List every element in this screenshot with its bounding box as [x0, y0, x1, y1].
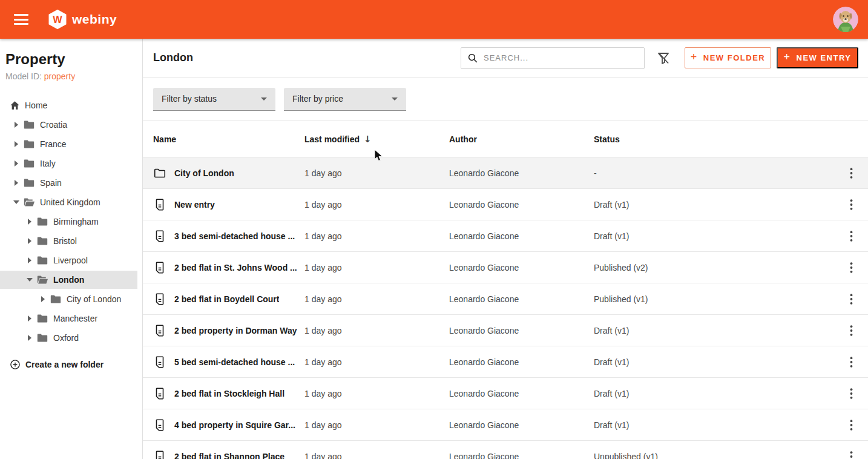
content-area: London + NEW FOLDER + — [143, 39, 868, 459]
entry-name: 2 bed flat in Shannon Place — [174, 452, 284, 459]
entry-author: Leonardo Giacone — [449, 326, 594, 335]
sidebar-item-home[interactable]: Home — [0, 96, 142, 115]
folder-icon — [36, 313, 48, 324]
tree-caret-icon[interactable] — [27, 335, 33, 341]
row-actions-menu-button[interactable] — [844, 292, 858, 306]
table-row[interactable]: 2 bed flat in Stockleigh Hall 1 day ago … — [143, 377, 868, 409]
document-icon — [153, 230, 166, 243]
hamburger-menu-icon[interactable] — [14, 14, 28, 25]
filter-by-price-select[interactable]: Filter by price — [284, 88, 406, 111]
tree-caret-icon[interactable] — [27, 277, 33, 283]
folder-tree: Home Croatia — [0, 96, 142, 374]
document-icon — [153, 324, 166, 337]
tree-caret-icon[interactable] — [13, 122, 19, 128]
row-actions-menu-button[interactable] — [844, 386, 858, 401]
search-input[interactable] — [484, 53, 638, 62]
folder-tree-item[interactable]: Croatia — [0, 115, 142, 134]
column-header-name[interactable]: Name — [153, 134, 304, 144]
tree-caret-icon[interactable] — [40, 296, 46, 302]
user-avatar[interactable] — [833, 7, 858, 32]
folder-tree-item[interactable]: Birmingham — [0, 212, 142, 231]
new-folder-label: NEW FOLDER — [703, 53, 765, 62]
webiny-logo[interactable]: W webiny — [48, 9, 117, 30]
row-actions-menu-button[interactable] — [844, 449, 858, 459]
folder-tree-item[interactable]: Italy — [0, 154, 142, 173]
table-row[interactable]: 2 bed property in Dorman Way 1 day ago L… — [143, 314, 868, 346]
tree-caret-icon[interactable] — [27, 219, 33, 225]
row-actions-menu-button[interactable] — [844, 166, 858, 180]
entry-author: Leonardo Giacone — [449, 200, 594, 210]
folder-outline-icon — [153, 167, 166, 180]
column-header-author[interactable]: Author — [449, 134, 594, 144]
column-header-modified[interactable]: Last modified ↓ — [304, 134, 449, 145]
table-row[interactable]: 2 bed flat in Boydell Court 1 day ago Le… — [143, 283, 868, 314]
document-icon — [153, 387, 166, 400]
entry-name: 3 bed semi-detached house ... — [174, 231, 295, 241]
folder-tree-item[interactable]: Spain — [0, 173, 142, 193]
entry-modified: 1 day ago — [304, 326, 449, 335]
folder-icon — [23, 119, 35, 130]
folder-icon — [23, 158, 35, 169]
folder-name: London — [53, 275, 84, 285]
entry-status: Published (v1) — [594, 294, 834, 304]
entry-author: Leonardo Giacone — [449, 168, 594, 178]
brand-name: webiny — [72, 12, 117, 27]
filter-off-button[interactable] — [656, 50, 671, 66]
table-row[interactable]: 2 bed flat in Shannon Place 1 day ago Le… — [143, 440, 868, 459]
folder-tree-item[interactable]: Manchester — [0, 309, 142, 328]
row-actions-menu-button[interactable] — [844, 355, 858, 369]
folder-name: Italy — [40, 159, 56, 168]
row-actions-menu-button[interactable] — [844, 323, 858, 338]
table-row[interactable]: 5 bed semi-detached house ... 1 day ago … — [143, 346, 868, 377]
new-entry-label: NEW ENTRY — [797, 53, 852, 62]
tree-caret-icon[interactable] — [27, 238, 33, 244]
chevron-down-icon — [392, 97, 398, 101]
tree-caret-icon[interactable] — [27, 315, 33, 322]
table-row[interactable]: New entry 1 day ago Leonardo Giacone Dra… — [143, 188, 868, 220]
entry-status: - — [594, 168, 834, 178]
filter-by-status-select[interactable]: Filter by status — [153, 88, 275, 111]
folder-icon — [36, 255, 48, 266]
entry-status: Unpublished (v1) — [594, 452, 834, 459]
row-actions-menu-button[interactable] — [844, 197, 858, 212]
entry-modified: 1 day ago — [304, 294, 449, 304]
webiny-hexagon-icon: W — [48, 9, 67, 30]
folder-icon — [36, 216, 48, 227]
tree-caret-icon[interactable] — [13, 160, 19, 167]
new-entry-button[interactable]: + NEW ENTRY — [777, 47, 858, 68]
column-header-status[interactable]: Status — [594, 134, 834, 144]
table-header-row: Name Last modified ↓ Author Status — [143, 121, 868, 157]
table-row[interactable]: 3 bed semi-detached house ... 1 day ago … — [143, 220, 868, 251]
folder-open-icon — [36, 274, 48, 285]
folder-tree-item[interactable]: Bristol — [0, 231, 142, 251]
tree-caret-icon[interactable] — [13, 180, 19, 186]
folder-tree-item[interactable]: City of London — [0, 289, 142, 309]
folder-tree-item[interactable]: United Kingdom — [0, 193, 142, 212]
home-icon — [9, 100, 21, 111]
new-folder-button[interactable]: + NEW FOLDER — [685, 47, 771, 68]
filter-status-label: Filter by status — [162, 94, 261, 104]
folder-name: City of London — [67, 294, 121, 304]
tree-caret-icon[interactable] — [27, 257, 33, 263]
create-folder-button[interactable]: Create a new folder — [0, 355, 142, 374]
table-row[interactable]: 4 bed property in Squire Gar... 1 day ag… — [143, 409, 868, 440]
folder-tree-item[interactable]: Liverpool — [0, 251, 142, 270]
entry-name: 2 bed flat in St. Johns Wood ... — [174, 263, 297, 272]
search-box[interactable] — [461, 47, 645, 69]
kebab-menu-icon — [850, 168, 853, 179]
entry-status: Published (v2) — [594, 263, 834, 272]
model-sidebar: Property Model ID: property Home — [0, 39, 143, 459]
folder-tree-item[interactable]: France — [0, 134, 142, 154]
row-actions-menu-button[interactable] — [844, 229, 858, 243]
model-id-value[interactable]: property — [44, 71, 75, 81]
table-row[interactable]: City of London 1 day ago Leonardo Giacon… — [143, 157, 868, 188]
entry-name: 5 bed semi-detached house ... — [174, 357, 295, 367]
row-actions-menu-button[interactable] — [844, 418, 858, 432]
table-row[interactable]: 2 bed flat in St. Johns Wood ... 1 day a… — [143, 251, 868, 283]
sort-descending-icon[interactable]: ↓ — [364, 134, 372, 145]
folder-tree-item[interactable]: London — [0, 271, 137, 289]
tree-caret-icon[interactable] — [13, 141, 19, 147]
row-actions-menu-button[interactable] — [844, 260, 858, 275]
tree-caret-icon[interactable] — [13, 199, 19, 205]
folder-tree-item[interactable]: Oxford — [0, 328, 142, 348]
